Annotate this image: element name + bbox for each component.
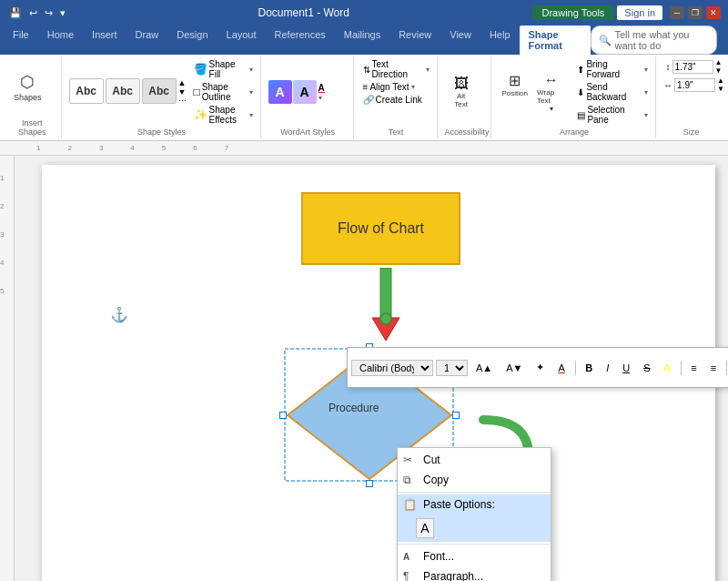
bold-btn[interactable]: B: [580, 360, 598, 376]
selection-pane-label: Selection Pane: [587, 105, 642, 125]
insert-shapes-label: Insert Shapes: [9, 118, 56, 137]
document-title: Document1 - Word: [75, 6, 532, 19]
customize-qa-btn[interactable]: ▾: [58, 5, 67, 21]
width-down-btn[interactable]: ▼: [717, 85, 724, 93]
undo-qa-btn[interactable]: ↩: [27, 5, 39, 21]
height-icon: ↕: [666, 62, 671, 72]
paragraph-icon: ¶: [403, 570, 409, 581]
shrink-font-btn[interactable]: A▼: [500, 360, 528, 376]
shape-effects-btn[interactable]: ✨ Shape Effects ▾: [192, 104, 255, 126]
floating-toolbar: Calibri (Body) 11 A▲ A▼ ✦ A B I U S A: [347, 347, 728, 388]
font-size-select[interactable]: 11: [436, 360, 468, 376]
tab-help[interactable]: Help: [480, 25, 520, 55]
close-btn[interactable]: ✕: [706, 6, 721, 19]
cm-paste-label: Paste Options:: [423, 498, 495, 511]
accessibility-group: 🖼 Alt Text Accessibility: [440, 56, 492, 138]
flow-chart-box[interactable]: Flow of Chart: [301, 192, 460, 265]
cm-paste-options[interactable]: 📋 Paste Options:: [398, 494, 551, 515]
shape-fill-btn[interactable]: 🪣 Shape Fill ▾: [192, 58, 255, 80]
highlight-btn[interactable]: A: [659, 360, 676, 376]
height-input[interactable]: [672, 60, 713, 74]
bring-forward-btn[interactable]: ⬆ Bring Forward ▾: [575, 58, 650, 80]
shape-styles-expand[interactable]: ▲ ▼ ⋯: [178, 78, 187, 106]
horizontal-ruler: 1 2 3 4 5 6 7: [0, 141, 728, 156]
shape-style-3[interactable]: Abc: [142, 78, 177, 104]
arrange-group: ⊞ Position ↔ Wrap Text ▾ ⬆ Bring Forward…: [493, 56, 656, 138]
tell-me-bar[interactable]: 🔍 Tell me what you want to do: [591, 25, 718, 55]
selection-pane-icon: ▤: [577, 110, 585, 120]
bring-forward-icon: ⬆: [577, 65, 584, 75]
accessibility-label: Accessibility: [445, 127, 486, 137]
canvas-area[interactable]: ⚓ Flow of Chart: [15, 156, 728, 581]
sel-handle-left: [279, 412, 287, 419]
wrap-text-btn[interactable]: ↔ Wrap Text ▾: [532, 69, 570, 116]
height-down-btn[interactable]: ▼: [715, 66, 723, 75]
clear-format-btn[interactable]: ✦: [531, 359, 550, 376]
minimize-btn[interactable]: ─: [670, 6, 684, 19]
height-up-btn[interactable]: ▲: [715, 58, 723, 66]
text-direction-btn[interactable]: ⇅ Text Direction ▾: [361, 58, 431, 80]
cut-icon: ✂: [403, 454, 412, 466]
alt-text-btn[interactable]: 🖼 Alt Text: [445, 73, 478, 111]
connector-arrow[interactable]: [368, 268, 404, 341]
tab-mailings[interactable]: Mailings: [335, 25, 389, 55]
shape-style-1[interactable]: Abc: [69, 78, 104, 104]
create-link-btn[interactable]: 🔗 Create Link: [361, 94, 424, 106]
text-group: ⇅ Text Direction ▾ ≡ Align Text ▾ 🔗 Crea…: [356, 56, 438, 138]
shapes-btn[interactable]: ⬡ Shapes: [9, 70, 46, 105]
alt-text-label-2: Text: [454, 100, 468, 108]
font-name-select[interactable]: Calibri (Body): [351, 360, 433, 376]
wrap-text-label: Wrap Text: [537, 88, 565, 105]
align-text-btn[interactable]: ≡ Align Text ▾: [361, 81, 417, 93]
create-link-icon: 🔗: [363, 95, 374, 105]
tab-draw[interactable]: Draw: [126, 25, 168, 55]
sign-in-button[interactable]: Sign in: [617, 5, 662, 20]
save-qa-btn[interactable]: 💾: [7, 5, 24, 21]
restore-btn[interactable]: ❐: [688, 6, 703, 19]
numbering-btn[interactable]: ≡: [705, 360, 722, 376]
tab-review[interactable]: Review: [389, 25, 440, 55]
strikethrough-btn[interactable]: S: [638, 360, 655, 376]
shape-outline-label: Shape Outline: [202, 82, 248, 102]
tab-file[interactable]: File: [4, 25, 38, 55]
italic-btn[interactable]: I: [601, 360, 614, 376]
selection-pane-btn[interactable]: ▤ Selection Pane ▾: [575, 104, 650, 126]
shape-outline-btn[interactable]: □ Shape Outline ▾: [192, 81, 255, 103]
tab-design[interactable]: Design: [167, 25, 217, 55]
wordart-styles-group: A A A ▾ WordArt Styles: [263, 56, 354, 138]
tab-insert[interactable]: Insert: [83, 25, 126, 55]
position-btn[interactable]: ⊞ Position: [499, 69, 531, 116]
position-label: Position: [501, 89, 527, 97]
send-backward-label: Send Backward: [586, 82, 642, 102]
tab-shape-format[interactable]: Shape Format: [520, 25, 591, 55]
width-spinners[interactable]: ▲ ▼: [717, 76, 724, 93]
cm-cut[interactable]: ✂ Cut: [398, 450, 551, 470]
paste-icon: 📋: [403, 498, 417, 511]
tab-home[interactable]: Home: [38, 25, 83, 55]
alt-text-label-1: Alt: [457, 92, 465, 100]
text-group-label: Text: [361, 127, 431, 137]
tab-layout[interactable]: Layout: [217, 25, 266, 55]
tab-references[interactable]: References: [266, 25, 335, 55]
underline-btn[interactable]: U: [617, 360, 635, 376]
height-spinners[interactable]: ▲ ▼: [715, 58, 723, 75]
shape-styles-label: Shape Styles: [69, 127, 255, 137]
shapes-icon: ⬡: [20, 73, 35, 93]
redo-qa-btn[interactable]: ↪: [43, 5, 55, 21]
cm-sep-2: [398, 544, 551, 545]
cm-copy[interactable]: ⧉ Copy: [398, 470, 551, 490]
bullets-btn[interactable]: ≡: [685, 360, 702, 376]
width-up-btn[interactable]: ▲: [717, 76, 724, 85]
cm-paragraph[interactable]: ¶ Paragraph...: [398, 566, 551, 581]
wordart-a-color-btn[interactable]: A ▾: [318, 83, 325, 102]
tab-view[interactable]: View: [440, 25, 480, 55]
font-color-btn[interactable]: A: [552, 360, 570, 376]
send-backward-btn[interactable]: ⬇ Send Backward ▾: [575, 81, 650, 103]
paste-sub-icon-1[interactable]: A: [416, 518, 434, 538]
width-input[interactable]: [674, 78, 715, 92]
wordart-styles-label: WordArt Styles: [268, 127, 348, 137]
shape-style-2[interactable]: Abc: [106, 78, 140, 104]
tell-me-text: Tell me what you want to do: [615, 29, 710, 51]
cm-font[interactable]: A Font...: [398, 546, 551, 566]
grow-font-btn[interactable]: A▲: [470, 360, 498, 376]
